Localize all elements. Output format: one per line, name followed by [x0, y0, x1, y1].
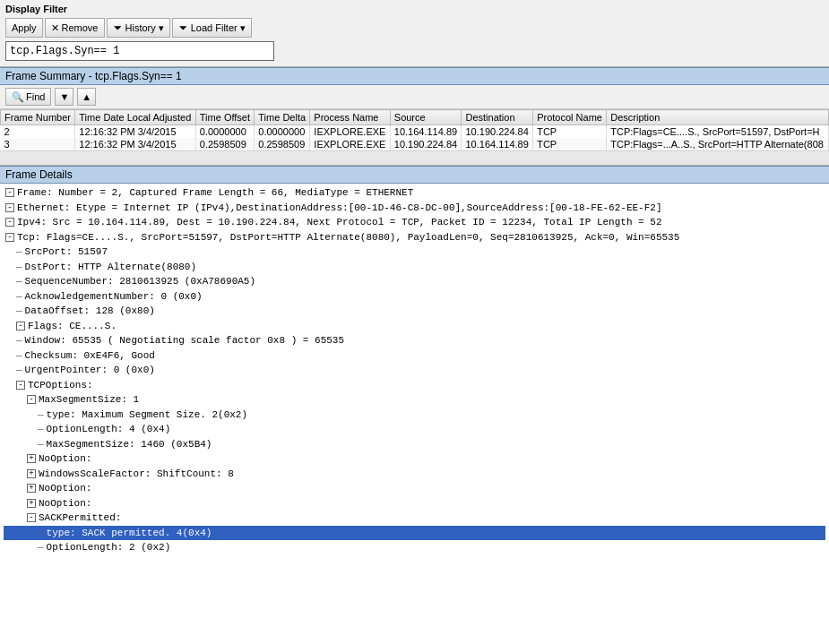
table-row[interactable]: 312:16:32 PM 3/4/20150.25985090.2598509I…	[1, 138, 829, 150]
collapse-icon[interactable]: -	[16, 381, 25, 390]
remove-icon: ✕	[51, 22, 59, 34]
detail-text: Ipv4: Src = 10.164.114.89, Dest = 10.190…	[17, 215, 662, 230]
collapse-icon[interactable]: -	[5, 203, 14, 212]
col-process-name[interactable]: Process Name	[310, 110, 390, 125]
detail-line[interactable]: +NoOption:	[4, 451, 825, 467]
filter-input-row	[5, 41, 824, 61]
detail-text: SrcPort: 51597	[25, 245, 108, 260]
expand-icon[interactable]: +	[27, 484, 36, 493]
dash-prefix: —	[16, 348, 22, 364]
detail-line: —OptionLength: 2 (0x2)	[4, 540, 825, 555]
dash-prefix: —	[38, 422, 44, 437]
detail-line: —MaxSegmentSize: 1460 (0x5B4)	[4, 437, 825, 452]
filter-toolbar: Apply ✕ Remove ⏷ History ▾ ⏷ Load Filter…	[5, 18, 824, 38]
arrow-down-button[interactable]: ▼	[55, 88, 73, 106]
scrollbar-track	[0, 152, 829, 165]
col-description[interactable]: Description	[607, 110, 829, 125]
arrow-up-icon: ▲	[82, 91, 91, 102]
detail-text: OptionLength: 4 (0x4)	[47, 422, 171, 437]
dash-prefix: —	[38, 437, 44, 452]
detail-text: Ethernet: Etype = Internet IP (IPv4),Des…	[17, 201, 662, 216]
frame-table-container: Frame Number Time Date Local Adjusted Ti…	[0, 109, 829, 150]
detail-text: MaxSegmentSize: 1460 (0x5B4)	[47, 437, 212, 452]
load-filter-button[interactable]: ⏷ Load Filter ▾	[172, 18, 252, 38]
dash-prefix: —	[38, 408, 44, 423]
expand-icon[interactable]: +	[27, 454, 36, 463]
detail-text: NoOption:	[39, 451, 91, 467]
detail-text: WindowsScaleFactor: ShiftCount: 8	[39, 467, 234, 482]
detail-line[interactable]: -MaxSegmentSize: 1	[4, 392, 825, 408]
dash-prefix: —	[16, 260, 22, 275]
collapse-icon[interactable]: -	[5, 233, 14, 242]
detail-text: UrgentPointer: 0 (0x0)	[25, 363, 155, 378]
expand-icon[interactable]: +	[27, 499, 36, 508]
detail-line: —AcknowledgementNumber: 0 (0x0)	[4, 289, 825, 305]
detail-line: —DstPort: HTTP Alternate(8080)	[4, 260, 825, 275]
detail-line[interactable]: -Ethernet: Etype = Internet IP (IPv4),De…	[4, 201, 825, 216]
detail-text: NoOption:	[39, 496, 91, 511]
main-layout: Display Filter Apply ✕ Remove ⏷ History …	[0, 0, 829, 644]
remove-button[interactable]: ✕ Remove	[45, 18, 105, 38]
detail-line: —SequenceNumber: 2810613925 (0xA78690A5)	[4, 274, 825, 289]
history-icon: ⏷	[113, 22, 123, 33]
find-toolbar: 🔍 Find ▼ ▲	[0, 85, 829, 109]
table-row[interactable]: 212:16:32 PM 3/4/20150.00000000.0000000I…	[1, 125, 829, 139]
detail-line: —Checksum: 0xE4F6, Good	[4, 348, 825, 364]
collapse-icon[interactable]: -	[5, 218, 14, 227]
col-protocol[interactable]: Protocol Name	[533, 110, 607, 125]
dash-prefix: —	[16, 245, 22, 260]
dash-prefix: —	[38, 540, 44, 555]
history-dropdown-icon: ▾	[159, 22, 164, 34]
load-dropdown-icon: ▾	[240, 22, 246, 34]
col-source[interactable]: Source	[390, 110, 462, 125]
arrow-down-icon: ▼	[59, 91, 69, 102]
detail-line[interactable]: +NoOption:	[4, 496, 825, 511]
detail-line: —UrgentPointer: 0 (0x0)	[4, 363, 825, 378]
detail-text: OptionLength: 2 (0x2)	[47, 540, 171, 555]
filter-input[interactable]	[5, 41, 274, 61]
find-button[interactable]: 🔍 Find	[5, 88, 51, 106]
detail-line[interactable]: -Tcp: Flags=CE....S., SrcPort=51597, Dst…	[4, 230, 825, 245]
detail-text: SACKPermitted:	[39, 511, 121, 526]
detail-line[interactable]: -SACKPermitted:	[4, 511, 825, 526]
detail-text: DataOffset: 128 (0x80)	[25, 304, 155, 319]
table-header-row: Frame Number Time Date Local Adjusted Ti…	[1, 110, 829, 125]
detail-text: DstPort: HTTP Alternate(8080)	[25, 260, 196, 275]
detail-line[interactable]: -Flags: CE....S.	[4, 319, 825, 334]
detail-line[interactable]: +NoOption:	[4, 481, 825, 496]
apply-button[interactable]: Apply	[5, 18, 43, 38]
collapse-icon[interactable]: -	[5, 188, 14, 197]
detail-text: SequenceNumber: 2810613925 (0xA78690A5)	[25, 274, 255, 289]
detail-text: Window: 65535 ( Negotiating scale factor…	[25, 333, 344, 348]
arrow-up-button[interactable]: ▲	[77, 88, 96, 106]
detail-line: —type: SACK permitted. 4(0x4)	[4, 526, 825, 541]
detail-line[interactable]: -Frame: Number = 2, Captured Frame Lengt…	[4, 185, 825, 201]
collapse-icon[interactable]: -	[27, 395, 36, 404]
collapse-icon[interactable]: -	[16, 322, 25, 331]
detail-text: type: SACK permitted. 4(0x4)	[47, 526, 212, 541]
detail-line: —OptionLength: 4 (0x4)	[4, 422, 825, 437]
detail-line[interactable]: +WindowsScaleFactor: ShiftCount: 8	[4, 467, 825, 482]
detail-text: Checksum: 0xE4F6, Good	[25, 348, 155, 364]
col-frame-number[interactable]: Frame Number	[1, 110, 75, 125]
frame-summary-header: Frame Summary - tcp.Flags.Syn== 1	[0, 67, 829, 85]
expand-icon[interactable]: +	[27, 469, 36, 478]
horizontal-scrollbar[interactable]	[0, 150, 829, 165]
dash-prefix: —	[16, 304, 22, 319]
detail-text: AcknowledgementNumber: 0 (0x0)	[25, 289, 203, 305]
detail-line[interactable]: -Ipv4: Src = 10.164.114.89, Dest = 10.19…	[4, 215, 825, 230]
dash-prefix: —	[16, 274, 22, 289]
collapse-icon[interactable]: -	[27, 513, 36, 522]
history-button[interactable]: ⏷ History ▾	[107, 18, 170, 38]
detail-line[interactable]: -TCPOptions:	[4, 378, 825, 393]
detail-text: TCPOptions:	[28, 378, 93, 393]
col-destination[interactable]: Destination	[462, 110, 533, 125]
col-time-date[interactable]: Time Date Local Adjusted	[75, 110, 195, 125]
col-time-delta[interactable]: Time Delta	[255, 110, 310, 125]
display-filter-title: Display Filter	[5, 4, 824, 14]
col-time-offset[interactable]: Time Offset	[195, 110, 255, 125]
dash-prefix: —	[38, 526, 44, 541]
frame-details-header: Frame Details	[0, 166, 829, 184]
detail-text: Flags: CE....S.	[28, 319, 117, 334]
detail-text: Frame: Number = 2, Captured Frame Length…	[17, 185, 413, 201]
